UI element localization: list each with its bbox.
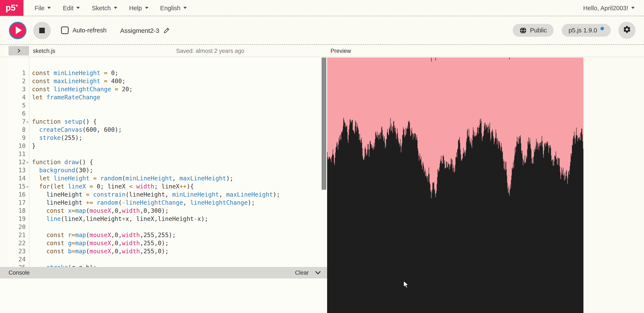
- code-line: 14 let lineHeight = random(minLineHeight…: [8, 174, 322, 182]
- console-output: [0, 278, 327, 313]
- code-line: 8 createCanvas(600, 600);: [8, 126, 322, 134]
- stop-icon: [39, 28, 45, 33]
- menu-file[interactable]: File: [28, 4, 57, 11]
- code-line: 7▼function setup() {: [8, 118, 322, 126]
- line-number: 25: [8, 264, 26, 267]
- line-number: 4: [8, 94, 26, 102]
- toolbar-right: Public p5.js 1.9.0: [512, 16, 636, 44]
- menu-help[interactable]: Help: [123, 4, 154, 11]
- workspace: 1const minLineHeight = 0;2const maxLineH…: [0, 57, 644, 313]
- sketch-canvas[interactable]: [327, 58, 584, 313]
- code-line: 5: [8, 102, 322, 110]
- code-line: 12▼function draw() {: [8, 158, 322, 166]
- visibility-button[interactable]: Public: [512, 24, 554, 37]
- code-line: 13 background(30);: [8, 166, 322, 174]
- code-line: 17 lineHeight += random(-lineHeightChang…: [8, 199, 322, 207]
- code-line: 11: [8, 150, 322, 158]
- caret-down-icon: [184, 7, 187, 9]
- caret-down-icon: [145, 7, 148, 9]
- tab-sketch-js[interactable]: sketch.js: [33, 45, 55, 57]
- line-number: 9: [8, 134, 26, 142]
- caret-down-icon: [48, 7, 51, 9]
- p5-logo-star: *: [16, 4, 18, 8]
- code-line: 16 lineHeight = constrain(lineHeight, mi…: [8, 190, 322, 199]
- line-number: 11: [8, 150, 26, 158]
- fold-arrow-icon[interactable]: ▼: [26, 183, 28, 191]
- fold-arrow-icon[interactable]: ▼: [26, 159, 28, 167]
- menu-language[interactable]: English: [154, 4, 193, 11]
- code-line: 23 const b=map(mouseX,0,width,255,0);: [8, 247, 322, 256]
- version-button[interactable]: p5.js 1.9.0: [562, 24, 611, 37]
- code-line: 4let frameRateChange: [8, 94, 322, 102]
- play-icon: [16, 26, 22, 34]
- code-editor[interactable]: 1const minLineHeight = 0;2const maxLineH…: [8, 57, 327, 267]
- auto-refresh-checkbox[interactable]: [61, 26, 69, 34]
- caret-down-icon: [76, 7, 80, 9]
- menu-edit[interactable]: Edit: [57, 4, 86, 11]
- line-number: 16: [8, 190, 26, 199]
- settings-button[interactable]: [618, 22, 636, 39]
- chevron-down-icon[interactable]: [315, 270, 321, 276]
- line-number: 2: [8, 77, 26, 85]
- sketch-title: Assigment2-3: [120, 27, 170, 34]
- caret-down-icon: [631, 7, 634, 9]
- line-number: 7: [8, 118, 26, 126]
- greeting-text: Hello, April2003!: [583, 4, 628, 11]
- p5-web-editor: p5* File Edit Sketch Help English Hello,…: [0, 0, 644, 313]
- line-number: 6: [8, 110, 26, 118]
- sketch-name: Assigment2-3: [120, 27, 159, 34]
- code-lines: 1const minLineHeight = 0;2const maxLineH…: [8, 69, 322, 267]
- line-number: 17: [8, 199, 26, 207]
- version-label: p5.js 1.9.0: [568, 27, 597, 34]
- line-number: 18: [8, 207, 26, 215]
- code-line: 1const minLineHeight = 0;: [8, 69, 322, 77]
- line-number: 22: [8, 239, 26, 247]
- p5-logo[interactable]: p5*: [0, 0, 24, 16]
- line-number: 1: [8, 69, 26, 77]
- line-number: 3: [8, 85, 26, 94]
- line-number: 10: [8, 142, 26, 150]
- globe-icon: [519, 27, 526, 34]
- fold-arrow-icon[interactable]: ▼: [26, 118, 28, 126]
- line-number: 15: [8, 182, 26, 190]
- code-line: 25 stroke(r,g,b);: [8, 264, 322, 267]
- menu-bar: p5* File Edit Sketch Help English Hello,…: [0, 0, 644, 16]
- auto-refresh-label: Auto-refresh: [72, 27, 106, 34]
- code-line: 6: [8, 110, 322, 118]
- caret-down-icon: [114, 7, 117, 9]
- sidebar-expand-button[interactable]: [8, 46, 29, 56]
- code-line: 3const lineHeightChange = 20;: [8, 85, 322, 94]
- account-menu[interactable]: Hello, April2003!: [583, 0, 634, 16]
- saved-status: Saved: almost 2 years ago: [176, 45, 244, 57]
- gear-icon: [623, 25, 631, 36]
- visibility-label: Public: [530, 27, 547, 34]
- stop-button[interactable]: [33, 22, 51, 39]
- edit-name-pencil-icon[interactable]: [163, 27, 170, 34]
- code-line: 10}: [8, 142, 322, 150]
- play-button[interactable]: [9, 22, 26, 39]
- code-line: 18 const x=map(mouseX,0,width,0,300);: [8, 207, 322, 215]
- code-line: 22 const g=map(mouseX,0,width,255,0);: [8, 239, 322, 247]
- line-number: 20: [8, 223, 26, 231]
- console-bar: Console Clear: [0, 267, 327, 278]
- line-number: 12: [8, 158, 26, 166]
- auto-refresh: Auto-refresh: [61, 26, 106, 34]
- line-number: 24: [8, 256, 26, 264]
- line-number: 23: [8, 247, 26, 256]
- chevron-right-icon: [16, 48, 21, 53]
- line-number: 21: [8, 231, 26, 239]
- toolbar: Auto-refresh Assigment2-3 Public p5.js 1…: [0, 16, 644, 45]
- console-title: Console: [8, 270, 30, 276]
- console-clear-button[interactable]: Clear: [295, 270, 309, 276]
- tab-bar: sketch.js Saved: almost 2 years ago Prev…: [0, 45, 644, 57]
- line-number: 13: [8, 166, 26, 174]
- version-update-dot: [600, 27, 604, 30]
- editor-scrollbar-thumb[interactable]: [322, 58, 326, 190]
- code-line: 9 stroke(255);: [8, 134, 322, 142]
- line-number: 14: [8, 174, 26, 182]
- line-number: 8: [8, 126, 26, 134]
- menu-sketch[interactable]: Sketch: [86, 4, 123, 11]
- line-number: 5: [8, 102, 26, 110]
- code-line: 2const maxLineHeight = 400;: [8, 77, 322, 85]
- menus: File Edit Sketch Help English: [28, 4, 193, 11]
